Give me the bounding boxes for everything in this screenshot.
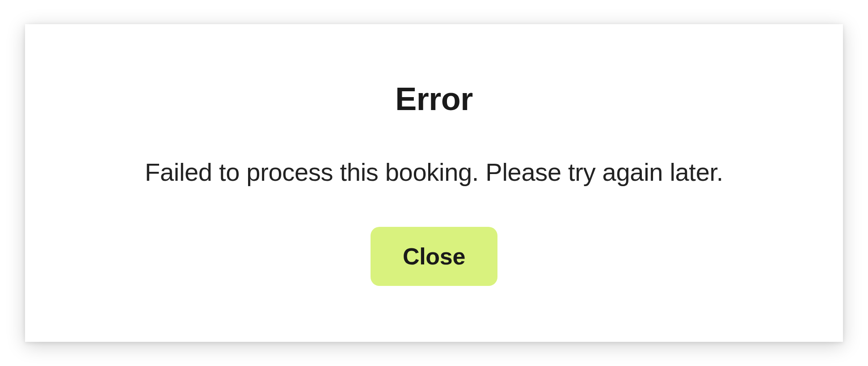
dialog-message: Failed to process this booking. Please t… (145, 157, 723, 187)
error-dialog: Error Failed to process this booking. Pl… (25, 24, 843, 342)
close-button[interactable]: Close (371, 227, 497, 286)
dialog-title: Error (395, 81, 473, 117)
